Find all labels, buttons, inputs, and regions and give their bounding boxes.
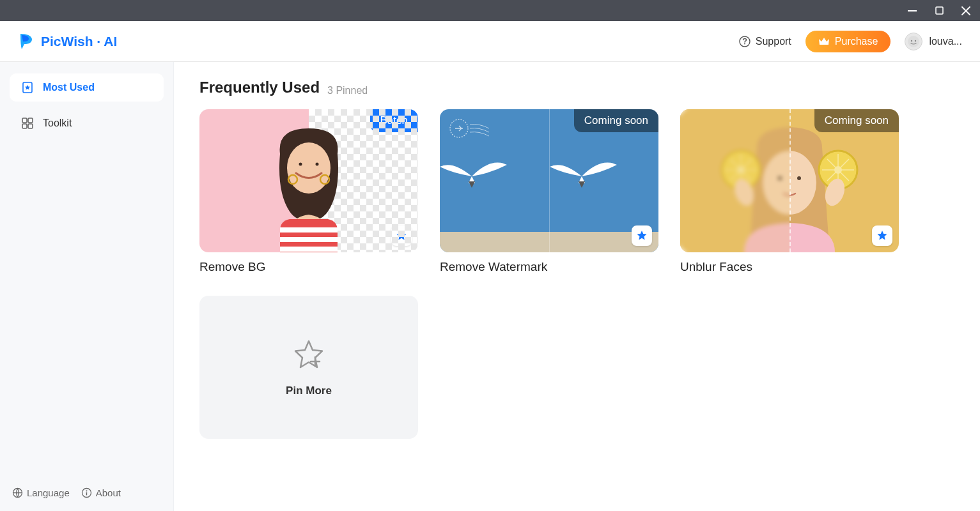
window-title-bar xyxy=(0,0,980,21)
section-pinned-count: 3 Pinned xyxy=(327,85,368,96)
language-label: Language xyxy=(27,487,70,498)
card-image: Coming soon xyxy=(680,109,899,252)
card-image: Coming soon xyxy=(440,109,658,252)
svg-rect-0 xyxy=(908,10,917,11)
svg-point-3 xyxy=(744,43,745,44)
card-image: Batch xyxy=(199,109,418,252)
about-label: About xyxy=(96,487,121,498)
pin-toggle[interactable] xyxy=(872,225,892,246)
crown-icon xyxy=(818,37,830,46)
tool-card-remove-watermark[interactable]: Coming soon Remove Watermark xyxy=(440,109,658,274)
svg-point-5 xyxy=(911,40,912,41)
star-icon xyxy=(636,230,648,241)
svg-rect-24 xyxy=(280,247,338,252)
support-link[interactable]: Support xyxy=(738,35,791,48)
svg-rect-15 xyxy=(86,492,87,496)
bookmark-icon xyxy=(21,81,34,94)
svg-rect-1 xyxy=(936,7,943,14)
support-label: Support xyxy=(756,36,791,47)
globe-icon xyxy=(12,487,23,498)
card-badge: Batch xyxy=(370,109,418,132)
card-title: Unblur Faces xyxy=(680,260,899,274)
star-icon xyxy=(396,230,407,241)
svg-rect-8 xyxy=(22,118,27,123)
content-area: Frequently Used 3 Pinned xyxy=(174,62,980,511)
grid-icon xyxy=(21,117,34,130)
language-link[interactable]: Language xyxy=(12,487,70,498)
svg-point-6 xyxy=(915,40,916,41)
person-illustration xyxy=(245,109,373,252)
pin-more-label: Pin More xyxy=(286,385,332,397)
user-menu[interactable]: louva... xyxy=(905,33,962,50)
app-header: PicWish · AI Support Purchase louva... xyxy=(0,21,980,62)
maximize-button[interactable] xyxy=(931,3,947,19)
sidebar-item-label: Most Used xyxy=(43,82,95,93)
support-icon xyxy=(738,35,751,48)
purchase-button[interactable]: Purchase xyxy=(805,31,891,52)
sidebar-item-most-used[interactable]: Most Used xyxy=(10,73,164,102)
svg-rect-9 xyxy=(28,118,33,123)
minimize-button[interactable] xyxy=(905,3,920,19)
svg-point-19 xyxy=(316,163,319,166)
tool-card-unblur-faces[interactable]: Coming soon Unblur Faces xyxy=(680,109,899,274)
username: louva... xyxy=(929,36,962,47)
info-icon xyxy=(81,487,92,498)
svg-point-4 xyxy=(908,36,919,47)
pin-toggle[interactable] xyxy=(632,225,652,246)
svg-point-14 xyxy=(86,491,87,492)
card-badge: Coming soon xyxy=(574,109,658,132)
star-plus-icon xyxy=(291,337,327,373)
logo-icon xyxy=(18,33,35,50)
tool-card-remove-bg[interactable]: Batch Remove BG xyxy=(199,109,418,274)
close-button[interactable] xyxy=(958,3,974,19)
card-title: Remove Watermark xyxy=(440,260,658,274)
star-icon xyxy=(876,230,888,241)
card-badge: Coming soon xyxy=(814,109,899,132)
svg-rect-10 xyxy=(22,124,27,128)
svg-point-29 xyxy=(797,176,801,180)
pin-toggle[interactable] xyxy=(391,225,412,246)
card-title: Remove BG xyxy=(199,260,418,274)
sidebar-item-label: Toolkit xyxy=(43,118,72,129)
brand-name: PicWish · AI xyxy=(41,34,117,49)
purchase-label: Purchase xyxy=(835,36,878,47)
logo[interactable]: PicWish · AI xyxy=(18,33,117,50)
about-link[interactable]: About xyxy=(81,487,121,498)
svg-rect-11 xyxy=(28,124,33,128)
svg-rect-22 xyxy=(280,227,338,233)
section-title: Frequently Used xyxy=(199,79,320,96)
section-heading: Frequently Used 3 Pinned xyxy=(199,79,954,96)
avatar xyxy=(905,33,922,50)
sidebar: Most Used Toolkit Language About xyxy=(0,62,174,511)
svg-point-17 xyxy=(287,142,331,194)
sidebar-item-toolkit[interactable]: Toolkit xyxy=(10,109,164,137)
pin-more-card[interactable]: Pin More xyxy=(199,296,418,439)
svg-rect-23 xyxy=(280,237,338,242)
svg-point-18 xyxy=(299,163,302,166)
